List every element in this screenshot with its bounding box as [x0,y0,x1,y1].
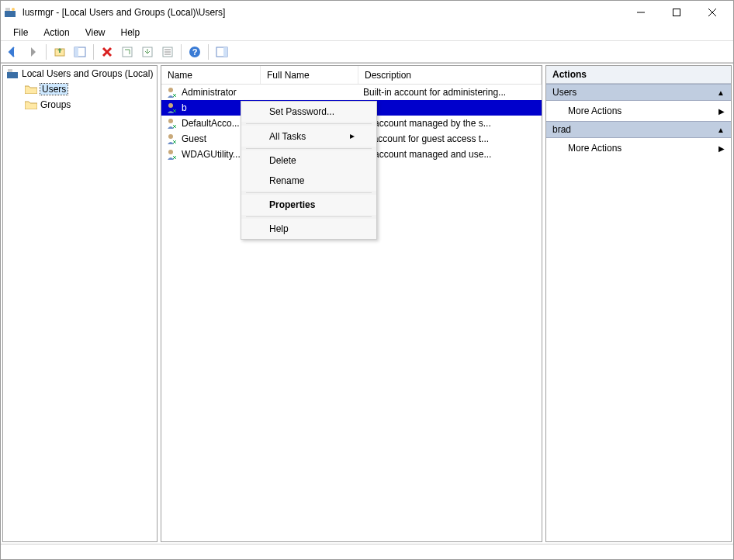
actions-section-user[interactable]: brad ▲ [546,121,731,138]
cell-description: er account managed by the s... [358,116,542,131]
tree-item-users[interactable]: Users [3,81,157,97]
collapse-icon: ▲ [717,88,725,97]
cell-description: in account for guest access t... [358,131,542,147]
folder-icon [25,83,37,95]
menu-bar: File Action View Help [1,24,733,41]
actions-section-label: brad [552,124,571,135]
col-header-fullname[interactable]: Full Name [261,66,358,84]
forward-button[interactable] [24,43,41,60]
tree-root[interactable]: Local Users and Groups (Local) [3,66,157,81]
ctx-separator [246,148,372,149]
maximize-button[interactable] [659,1,694,24]
title-bar: lusrmgr - [Local Users and Groups (Local… [1,1,733,24]
table-row[interactable]: AdministratorBuilt-in account for admini… [161,85,542,100]
actions-title: Actions [546,66,731,84]
menu-view[interactable]: View [78,25,113,40]
submenu-icon: ▶ [718,144,725,153]
back-button[interactable] [4,43,21,60]
actions-item-label: More Actions [568,105,621,116]
svg-rect-23 [8,69,12,72]
cell-name: Administrator [161,85,261,100]
ctx-all-tasks[interactable]: All Tasks▸ [241,126,376,147]
ctx-separator [246,216,372,217]
menu-help[interactable]: Help [113,25,148,40]
menu-file[interactable]: File [5,25,36,40]
context-menu: Set Password... All Tasks▸ Delete Rename… [241,101,377,240]
user-icon [166,86,178,99]
window-title: lusrmgr - [Local Users and Groups (Local… [21,7,623,18]
ctx-properties[interactable]: Properties [241,195,376,215]
submenu-icon: ▸ [350,130,355,142]
up-button[interactable] [51,43,68,60]
svg-point-2 [12,8,15,11]
refresh-button[interactable] [119,43,136,60]
show-hide-console-tree-button[interactable] [71,43,88,60]
user-icon [166,133,178,145]
list-header: Name Full Name Description [161,66,542,85]
svg-point-27 [168,134,173,139]
col-header-name[interactable]: Name [161,66,261,84]
svg-text:?: ? [192,47,198,57]
actions-more-user[interactable]: More Actions ▶ [546,138,731,158]
ctx-rename[interactable]: Rename [241,171,376,191]
computer-icon [6,67,19,80]
close-button[interactable] [694,1,730,24]
tree-item-label: Users [40,84,68,95]
svg-rect-21 [223,47,227,57]
cell-fullname [261,85,358,100]
console-tree[interactable]: Local Users and Groups (Local) Users Gro… [2,65,158,542]
show-hide-action-pane-button[interactable] [213,43,230,60]
properties-button[interactable] [159,43,176,60]
actions-section-users[interactable]: Users ▲ [546,84,731,101]
svg-point-24 [168,88,173,92]
svg-point-28 [168,150,173,154]
svg-rect-0 [5,11,16,17]
submenu-icon: ▶ [718,107,725,116]
cell-description [358,100,542,116]
svg-rect-12 [123,47,132,57]
ctx-delete[interactable]: Delete [241,150,376,171]
app-icon [4,6,16,19]
help-button[interactable]: ? [186,43,203,60]
svg-rect-22 [7,72,18,78]
cell-description: Built-in account for administering... [358,85,542,100]
svg-rect-4 [673,9,680,16]
export-list-button[interactable] [139,43,156,60]
svg-rect-1 [5,8,10,11]
svg-point-25 [168,103,173,108]
actions-pane: Actions Users ▲ More Actions ▶ brad ▲ Mo… [545,65,732,542]
actions-item-label: More Actions [568,143,621,154]
ctx-separator [246,192,372,193]
svg-rect-9 [74,47,78,57]
svg-point-26 [168,119,173,123]
menu-action[interactable]: Action [36,25,77,40]
ctx-set-password[interactable]: Set Password... [241,102,376,122]
tree-root-label: Local Users and Groups (Local) [22,68,153,79]
collapse-icon: ▲ [717,126,725,134]
ctx-help[interactable]: Help [241,219,376,239]
col-header-description[interactable]: Description [358,66,542,84]
actions-more-users[interactable]: More Actions ▶ [546,101,731,121]
user-icon [166,117,178,130]
user-icon [166,148,178,161]
delete-button[interactable] [99,43,116,60]
ctx-separator [246,123,372,124]
tree-item-label: Groups [40,99,71,110]
cell-description: er account managed and use... [358,147,542,162]
toolbar: ? [1,41,733,63]
minimize-button[interactable] [623,1,659,24]
actions-section-label: Users [552,87,576,98]
user-icon [166,102,178,114]
tree-item-groups[interactable]: Groups [3,97,157,112]
status-bar [1,544,733,559]
folder-icon [25,99,37,111]
